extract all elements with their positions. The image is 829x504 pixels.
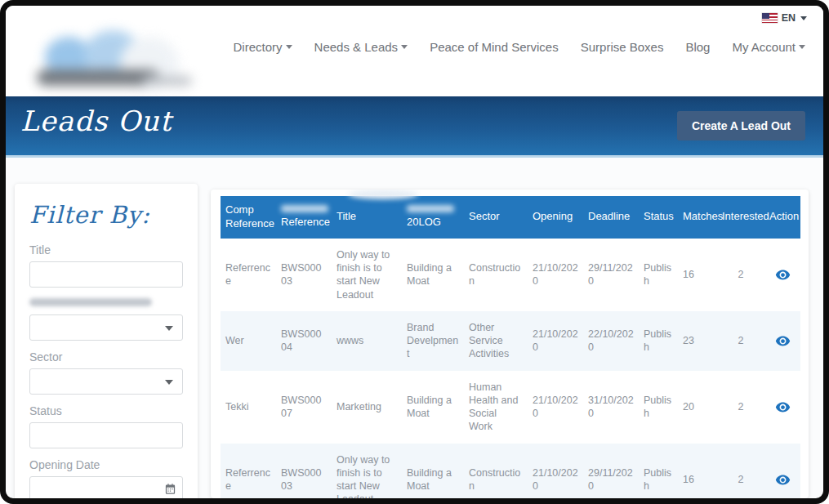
page-banner: Leads Out Create A Lead Out (6, 96, 823, 158)
logo-blur-shape (143, 76, 192, 86)
cell-status: Publish (639, 444, 678, 498)
cell-matches: 16 (678, 239, 717, 311)
filter-group-opening-date: Opening Date (29, 459, 183, 502)
eye-icon (775, 399, 791, 415)
table-header-row: Comp Reference Reference Title 20LOG Sec… (221, 196, 800, 239)
title-filter-label: Title (29, 244, 183, 256)
nav-item-peace-of-mind-services[interactable]: Peace of Mind Services (430, 40, 559, 54)
nav-item-needs-and-leads[interactable]: Needs & Leads (314, 40, 408, 54)
opening-date-filter-input[interactable] (29, 476, 183, 502)
title-filter-input[interactable] (29, 261, 183, 288)
redacted-filter-label (29, 298, 152, 306)
cell-deadline: 29/11/2020 (583, 239, 639, 311)
col-header-opening: Opening (528, 196, 583, 239)
cell-status: Publish (639, 311, 678, 371)
create-lead-out-button[interactable]: Create A Lead Out (677, 111, 805, 140)
calendar-icon[interactable] (164, 483, 176, 498)
cell-reference: BWS00003 (276, 239, 332, 311)
cell-title: Marketing (332, 371, 402, 444)
cell-interested: 2 (717, 444, 764, 498)
cell-reference: BWS00003 (276, 444, 332, 498)
nav-label: Blog (685, 40, 710, 54)
cell-reference: BWS00004 (276, 311, 332, 371)
cell-comp-reference: Referrence (221, 239, 276, 311)
cell-interested: 2 (717, 239, 764, 311)
nav-label: Directory (234, 40, 283, 54)
cell-status: Publish (639, 239, 678, 311)
cell-20log: Brand Develpment (402, 311, 464, 371)
chevron-down-icon (800, 16, 807, 20)
status-filter-input[interactable] (29, 422, 183, 448)
view-lead-button[interactable] (775, 472, 791, 488)
eye-icon (775, 267, 791, 283)
col-header-status: Status (639, 196, 678, 239)
chevron-down-icon (286, 45, 292, 49)
cell-interested: 2 (717, 371, 764, 444)
page: EN Directory Needs & Leads Peace of Mind… (6, 6, 823, 498)
nav-item-directory[interactable]: Directory (234, 40, 292, 54)
cell-title: Only way to finish is to start New Leado… (332, 239, 402, 311)
cell-interested: 2 (717, 311, 764, 371)
col-header-interested: Interested (717, 196, 764, 239)
cell-sector: Other Service Activities (464, 311, 528, 371)
cell-20log: Building a Moat (402, 444, 464, 498)
language-selector[interactable]: EN (762, 12, 807, 24)
nav-item-surprise-boxes[interactable]: Surprise Boxes (581, 40, 664, 54)
col-header-action: Action (764, 196, 800, 239)
eye-icon (775, 472, 791, 488)
col-header-brand-reference: Reference (276, 196, 332, 239)
nav-label: Peace of Mind Services (430, 40, 559, 54)
nav-item-my-account[interactable]: My Account (732, 40, 805, 54)
site-logo[interactable] (20, 22, 172, 87)
cell-matches: 23 (678, 311, 717, 371)
filter-sidebar: Filter By: Title Sector Status (15, 184, 198, 504)
browser-frame: EN Directory Needs & Leads Peace of Mind… (0, 0, 829, 504)
main-nav: Directory Needs & Leads Peace of Mind Se… (234, 40, 805, 54)
redacted-blur-blob (348, 190, 418, 199)
redacted-filter-select[interactable] (29, 314, 183, 341)
filter-group-sector: Sector (29, 351, 183, 395)
cell-sector: Construction (464, 444, 528, 498)
cell-title: wwws (332, 311, 402, 371)
col-header-deadline: Deadline (583, 196, 639, 239)
view-lead-button[interactable] (775, 399, 791, 415)
filter-heading: Filter By: (29, 197, 183, 233)
cell-opening: 21/10/2020 (528, 371, 583, 444)
nav-label: Needs & Leads (314, 40, 399, 54)
filter-group-status: Status (29, 405, 183, 448)
cell-opening: 21/10/2020 (528, 239, 583, 311)
cell-title: Only way to finish is to start New Leado… (332, 444, 402, 498)
table-row: Tekki BWS00007 Marketing Building a Moat… (221, 371, 800, 444)
filter-group-redacted (29, 298, 183, 341)
cell-sector: Construction (464, 239, 528, 311)
chevron-down-icon (165, 326, 173, 331)
top-bar: EN Directory Needs & Leads Peace of Mind… (6, 6, 823, 96)
nav-label: Surprise Boxes (581, 40, 664, 54)
us-flag-icon (762, 13, 778, 23)
leads-out-table: Comp Reference Reference Title 20LOG Sec… (221, 196, 800, 498)
cell-status: Publish (639, 371, 678, 444)
redacted-brand-text (281, 205, 328, 212)
opening-date-filter-label: Opening Date (29, 459, 183, 471)
cell-opening: 21/10/2020 (528, 444, 583, 498)
nav-item-blog[interactable]: Blog (685, 40, 710, 54)
eye-icon (775, 333, 791, 349)
cell-deadline: 22/10/2020 (583, 311, 639, 371)
table-row: Referrence BWS00003 Only way to finish i… (221, 239, 800, 311)
view-lead-button[interactable] (775, 333, 791, 349)
filter-group-title: Title (29, 244, 183, 288)
cell-action (764, 371, 800, 444)
nav-label: My Account (732, 40, 796, 54)
page-title: Leads Out (20, 105, 172, 137)
cell-20log: Building a Moat (402, 371, 464, 444)
view-lead-button[interactable] (775, 267, 791, 283)
cell-deadline: 31/10/2020 (583, 371, 639, 444)
cell-deadline: 29/11/2020 (583, 444, 639, 498)
leads-out-table-card: Comp Reference Reference Title 20LOG Sec… (211, 190, 809, 498)
cell-matches: 16 (678, 444, 717, 498)
cell-opening: 21/10/2020 (528, 311, 583, 371)
col-header-20log: 20LOG (402, 196, 464, 239)
sector-filter-select[interactable] (29, 368, 183, 395)
cell-reference: BWS00007 (276, 371, 332, 444)
cell-action (764, 239, 800, 311)
